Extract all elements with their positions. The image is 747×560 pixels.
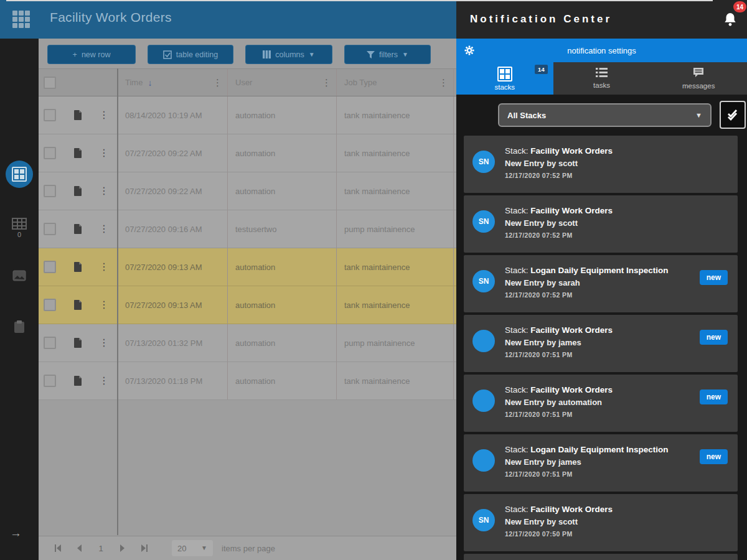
last-page-button[interactable]	[133, 544, 154, 553]
bell-icon[interactable]	[723, 12, 738, 30]
column-header-time[interactable]: Time ↓ ⋮	[117, 69, 227, 96]
cell-time: 07/27/2020 09:13 AM	[117, 286, 227, 324]
row-checkbox[interactable]	[44, 147, 56, 159]
mark-all-read-button[interactable]	[720, 101, 746, 129]
document-icon[interactable]	[74, 186, 82, 196]
row-checkbox[interactable]	[44, 375, 56, 387]
row-menu-icon[interactable]: ⋮	[99, 111, 109, 119]
notification-card[interactable]: SNStack: Logan Daily Equipment Inspectio…	[464, 255, 738, 312]
notification-settings-label: notification settings	[567, 46, 636, 55]
stack-grid-icon	[12, 167, 27, 182]
row-checkbox[interactable]	[44, 185, 56, 197]
table-editing-button[interactable]: table editing	[148, 45, 233, 64]
next-page-button[interactable]	[112, 544, 133, 553]
chevron-down-icon: ▼	[201, 545, 207, 551]
frozen-column-divider	[117, 68, 118, 535]
table-row[interactable]: ⋮07/27/2020 09:22 AMautomationtank maint…	[39, 172, 456, 210]
row-menu-icon[interactable]: ⋮	[99, 301, 109, 309]
table-row[interactable]: ⋮07/27/2020 09:13 AMautomationtank maint…	[39, 248, 456, 286]
document-icon[interactable]	[74, 224, 82, 234]
new-badge: new	[700, 330, 728, 345]
notification-card[interactable]: Stack: Logan Daily Equipment InspectionN…	[464, 434, 738, 492]
notification-settings-button[interactable]: notification settings	[456, 39, 747, 62]
notification-tabs: stacks14tasksmessages	[456, 62, 747, 95]
avatar	[472, 330, 495, 352]
column-menu-icon[interactable]: ⋮	[439, 78, 448, 87]
cell-user: automation	[227, 96, 336, 134]
header-controls-cell	[39, 69, 117, 96]
notification-timestamp: 12/17/2020 07:51 PM	[505, 411, 690, 418]
sidebar-item-tables[interactable]: 0	[0, 218, 39, 238]
notification-card[interactable]: Stack: Facility Work OrdersNew Entry by …	[464, 375, 738, 432]
notification-card[interactable]: SNStack: Facility Work OrdersNew Entry b…	[464, 136, 738, 193]
table-row[interactable]: ⋮07/27/2020 09:22 AMautomationtank maint…	[39, 134, 456, 172]
notification-card[interactable]: SNStack: Facility Work OrdersNew Entry b…	[464, 195, 738, 253]
row-checkbox[interactable]	[44, 337, 56, 349]
row-menu-icon[interactable]: ⋮	[99, 338, 109, 347]
document-icon[interactable]	[74, 262, 82, 272]
notification-card[interactable]: SNStack: Facility Work OrdersNew Entry b…	[464, 494, 738, 551]
table-row[interactable]: ⋮07/13/2020 01:18 PMautomationtank maint…	[39, 362, 456, 400]
row-menu-icon[interactable]: ⋮	[99, 376, 109, 385]
notification-card[interactable]	[464, 554, 738, 560]
sidebar: 0 →	[0, 39, 39, 560]
avatar	[472, 449, 495, 472]
row-checkbox[interactable]	[44, 299, 56, 311]
row-menu-icon[interactable]: ⋮	[99, 225, 109, 233]
column-header-jobtype[interactable]: Job Type ⋮	[336, 69, 453, 96]
current-page[interactable]: 1	[90, 544, 112, 553]
new-row-button[interactable]: + new row	[47, 45, 136, 64]
row-checkbox[interactable]	[44, 223, 56, 235]
table-row[interactable]: ⋮07/13/2020 01:32 PMautomationpump maint…	[39, 324, 456, 362]
stack-name: Facility Work Orders	[530, 325, 613, 335]
stack-filter-select[interactable]: All Stacks ▼	[498, 103, 712, 127]
cell-jobtype: pump maintainence	[336, 210, 453, 248]
column-header-user[interactable]: User ⋮	[227, 69, 336, 96]
document-icon[interactable]	[74, 300, 82, 310]
table-row[interactable]: ⋮08/14/2020 10:19 AMautomationtank maint…	[39, 96, 456, 134]
select-all-checkbox[interactable]	[44, 77, 56, 89]
tab-tasks[interactable]: tasks	[553, 62, 651, 95]
sidebar-item-stacks-active[interactable]	[6, 161, 33, 188]
stack-name: Logan Daily Equipment Inspection	[530, 445, 668, 454]
columns-button[interactable]: columns ▼	[245, 45, 332, 64]
column-menu-icon[interactable]: ⋮	[322, 78, 331, 87]
document-icon[interactable]	[74, 338, 82, 348]
row-checkbox[interactable]	[44, 261, 56, 273]
notification-timestamp: 12/17/2020 07:50 PM	[505, 530, 690, 538]
notification-entry-text: New Entry by sarah	[505, 277, 690, 289]
tab-count-badge: 14	[535, 65, 548, 74]
notification-card[interactable]: Stack: Facility Work OrdersNew Entry by …	[464, 315, 738, 372]
table-body: ⋮08/14/2020 10:19 AMautomationtank maint…	[39, 96, 456, 400]
cell-time: 07/13/2020 01:32 PM	[117, 324, 227, 362]
stack-prefix-label: Stack:	[505, 505, 530, 514]
tab-stacks[interactable]: stacks14	[456, 62, 553, 95]
toolbar: + new row table editing c	[39, 45, 431, 64]
row-menu-icon[interactable]: ⋮	[99, 149, 109, 157]
document-icon[interactable]	[74, 110, 82, 120]
page-size-select[interactable]: 20 ▼	[172, 540, 213, 556]
notification-body: Stack: Facility Work OrdersNew Entry by …	[505, 144, 690, 179]
document-icon[interactable]	[74, 376, 82, 386]
sidebar-expand-arrow-icon[interactable]: →	[10, 526, 22, 540]
row-checkbox[interactable]	[44, 109, 56, 121]
sidebar-item-images[interactable]	[0, 270, 39, 281]
prev-page-button[interactable]	[68, 544, 90, 553]
table-row[interactable]: ⋮07/27/2020 09:16 AMtestusertwopump main…	[39, 210, 456, 248]
app-grid-logo-icon[interactable]	[12, 11, 30, 28]
column-menu-icon[interactable]: ⋮	[213, 78, 222, 87]
row-menu-icon[interactable]: ⋮	[99, 187, 109, 195]
new-badge: new	[700, 270, 728, 285]
cell-jobtype: tank maintainence	[336, 134, 453, 172]
row-menu-icon[interactable]: ⋮	[99, 263, 109, 271]
notification-header: Notification Center 14	[456, 0, 747, 39]
stack-prefix-label: Stack:	[505, 325, 530, 335]
sidebar-item-forms[interactable]	[0, 320, 39, 334]
first-page-button[interactable]	[47, 544, 68, 553]
document-icon[interactable]	[74, 148, 82, 158]
tab-messages[interactable]: messages	[650, 62, 747, 95]
avatar: SN	[472, 210, 495, 233]
table-row[interactable]: ⋮07/27/2020 09:13 AMautomationtank maint…	[39, 286, 456, 324]
filters-button[interactable]: filters ▼	[344, 45, 431, 64]
notification-title: Stack: Logan Daily Equipment Inspection	[505, 443, 690, 456]
